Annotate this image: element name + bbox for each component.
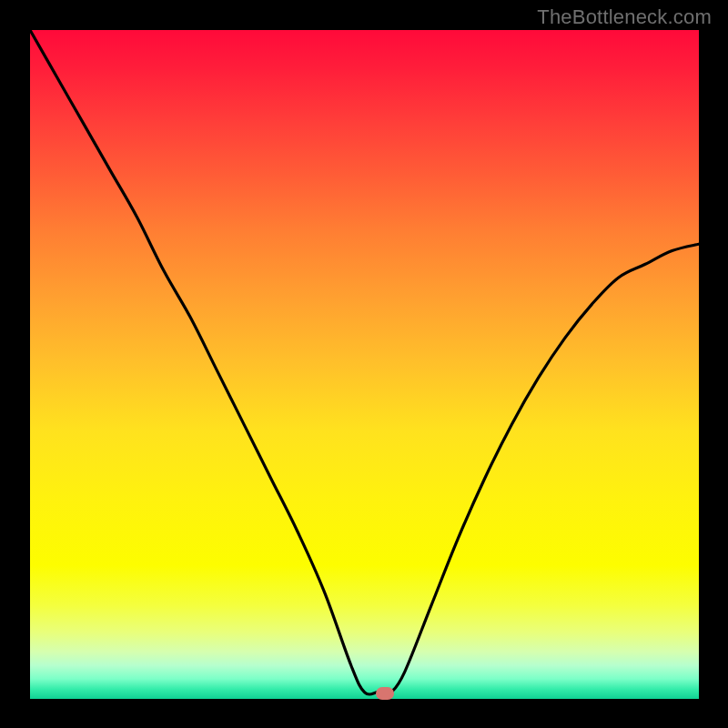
bottleneck-curve — [30, 30, 699, 694]
chart-frame: TheBottleneck.com — [0, 0, 728, 728]
plot-area — [30, 30, 699, 699]
watermark-text: TheBottleneck.com — [537, 5, 712, 29]
optimum-marker — [376, 687, 394, 700]
bottleneck-curve-svg — [30, 30, 699, 699]
